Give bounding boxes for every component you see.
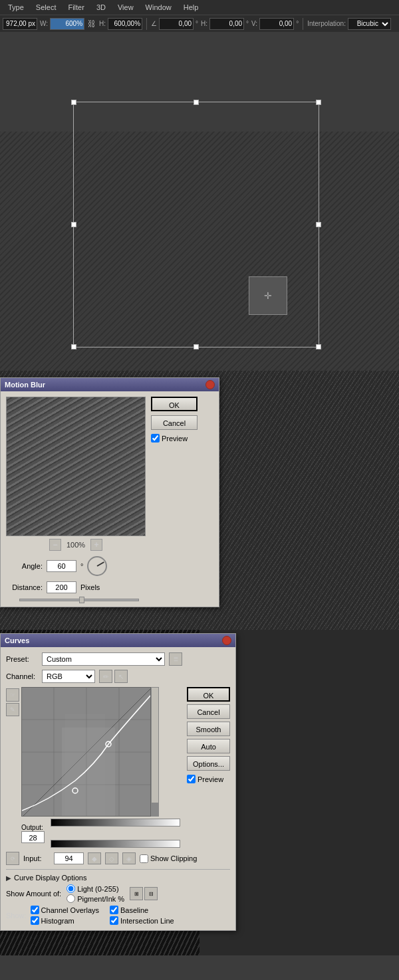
channel-overlays-checkbox[interactable] <box>31 906 39 914</box>
curves-graph-svg <box>22 688 151 817</box>
zoom-out-btn[interactable]: − <box>49 539 61 551</box>
channel-row: Channel: RGB ✏ ↖ <box>6 670 230 683</box>
preview-checkbox-row: Preview <box>151 434 213 442</box>
collapse-icon[interactable]: ▶ <box>6 874 11 882</box>
curves-titlebar: Curves <box>1 634 235 647</box>
h-skew-label: H: <box>201 20 207 27</box>
zoom-in-btn[interactable]: + <box>90 539 102 551</box>
curves-preview-row: Preview <box>187 775 230 783</box>
link-icon[interactable]: ⛓ <box>87 19 96 29</box>
menu-view[interactable]: View <box>112 2 139 13</box>
finger-tool-btn[interactable]: ☞ <box>6 688 19 702</box>
motion-blur-dialog: Motion Blur − 100% + Angle: ° <box>0 377 219 607</box>
motion-blur-close-btn[interactable] <box>205 380 215 389</box>
curves-preview-checkbox[interactable] <box>187 775 196 783</box>
crosshair-icon: ✛ <box>264 290 272 301</box>
menu-select[interactable]: Select <box>31 2 62 13</box>
curves-cancel-btn[interactable]: Cancel <box>187 704 230 719</box>
curves-graph[interactable] <box>21 687 151 817</box>
handle-mid-left[interactable] <box>71 222 76 227</box>
white-point-eyedropper[interactable]: ◈ <box>122 852 136 864</box>
preset-select[interactable]: Custom <box>42 652 165 666</box>
grid-size-icons: ⊞ ⊟ <box>130 887 158 900</box>
menu-type[interactable]: Type <box>3 2 29 13</box>
handle-top-right[interactable] <box>316 100 321 105</box>
pencil-icon[interactable]: ✏ <box>99 670 112 683</box>
angle-input[interactable] <box>159 18 194 30</box>
h-input[interactable] <box>108 18 142 30</box>
menu-help[interactable]: Help <box>178 2 204 13</box>
show-amount-label: Show Amount of: <box>6 890 61 898</box>
interp-field: Interpolation: Bicubic <box>307 18 391 30</box>
curves-scroll-thumb[interactable] <box>152 803 158 816</box>
output-gradient-bar <box>51 819 180 827</box>
pen-tool-btn[interactable]: ✎ <box>6 703 19 716</box>
show-label-row: Show: Channel Overlays Baseline Histogra… <box>6 906 230 925</box>
motion-blur-preview-image <box>6 397 146 536</box>
distance-slider-thumb[interactable] <box>79 597 84 603</box>
handle-bottom-right[interactable] <box>316 344 321 349</box>
curves-title: Curves <box>5 637 29 644</box>
x-input[interactable] <box>3 18 37 30</box>
h-skew-input[interactable] <box>209 18 244 30</box>
menu-window[interactable]: Window <box>140 2 177 13</box>
handle-top-left[interactable] <box>71 100 76 105</box>
v-skew-input[interactable] <box>259 18 294 30</box>
graph-container: ☞ ✎ <box>6 687 180 848</box>
output-label: Output: <box>21 824 48 831</box>
curves-smooth-btn[interactable]: Smooth <box>187 722 230 736</box>
preview-checkbox[interactable] <box>151 434 160 442</box>
cursor-icon[interactable]: ↖ <box>114 670 128 683</box>
w-input[interactable] <box>50 18 84 30</box>
curves-options-btn[interactable]: Options... <box>187 756 230 771</box>
menubar: Type Select Filter 3D View Window Help <box>0 0 399 15</box>
menu-filter[interactable]: Filter <box>63 2 89 13</box>
interp-select[interactable]: Bicubic <box>348 18 391 30</box>
channel-select[interactable]: RGB <box>42 670 95 683</box>
angle-param-input[interactable] <box>47 560 76 572</box>
input-value[interactable] <box>54 852 84 864</box>
curves-ok-btn[interactable]: OK <box>187 687 230 702</box>
output-value[interactable]: 28 <box>21 831 45 843</box>
handle-bottom-center[interactable] <box>194 344 199 349</box>
pigment-radio-item: Pigment/Ink % <box>66 894 124 903</box>
param-area: Angle: ° Distance: Pixels <box>6 556 146 601</box>
black-point-eyedropper[interactable]: ◆ <box>88 852 101 864</box>
light-radio[interactable] <box>66 884 75 893</box>
baseline-checkbox[interactable] <box>110 906 118 914</box>
pigment-label: Pigment/Ink % <box>77 895 124 903</box>
handle-top-center[interactable] <box>194 100 199 105</box>
preset-menu-icon[interactable]: ☰ <box>169 652 182 666</box>
input-gradient-bar <box>51 840 180 848</box>
light-radio-item: Light (0-255) <box>66 884 124 893</box>
baseline-label: Baseline <box>120 906 148 914</box>
transform-box[interactable]: ✛ <box>73 102 319 347</box>
menu-3d[interactable]: 3D <box>91 2 111 13</box>
histogram-check: Histogram <box>31 916 99 925</box>
channel-label: Channel: <box>6 672 38 680</box>
curves-auto-btn[interactable]: Auto <box>187 739 230 753</box>
ok-button[interactable]: OK <box>151 397 198 411</box>
large-grid-icon[interactable]: ⊟ <box>144 887 158 900</box>
distance-slider[interactable] <box>19 599 139 601</box>
distance-param-input[interactable] <box>47 581 76 593</box>
pixels-label: Pixels <box>80 583 100 591</box>
handle-mid-right[interactable] <box>316 222 321 227</box>
pigment-radio[interactable] <box>66 894 75 903</box>
small-preview-content: ✛ <box>249 276 287 315</box>
intersection-checkbox[interactable] <box>110 916 118 925</box>
angle-dial[interactable] <box>87 556 107 576</box>
show-clipping-checkbox[interactable] <box>140 854 148 863</box>
curves-close-btn[interactable] <box>222 636 231 645</box>
h-skew-field: H: ° <box>201 18 249 30</box>
display-options-label: Curve Display Options <box>14 874 86 882</box>
output-label-area: Output: 28 <box>21 824 48 843</box>
small-grid-icon[interactable]: ⊞ <box>130 887 143 900</box>
histogram-checkbox[interactable] <box>31 916 39 925</box>
cancel-button[interactable]: Cancel <box>151 415 198 430</box>
auto-curve-btn[interactable]: ⟳ <box>6 852 19 865</box>
gray-point-eyedropper[interactable]: ◇ <box>105 852 118 864</box>
handle-bottom-left[interactable] <box>71 344 76 349</box>
curves-scrollbar[interactable] <box>151 687 159 817</box>
output-section: Output: 28 <box>21 819 180 848</box>
